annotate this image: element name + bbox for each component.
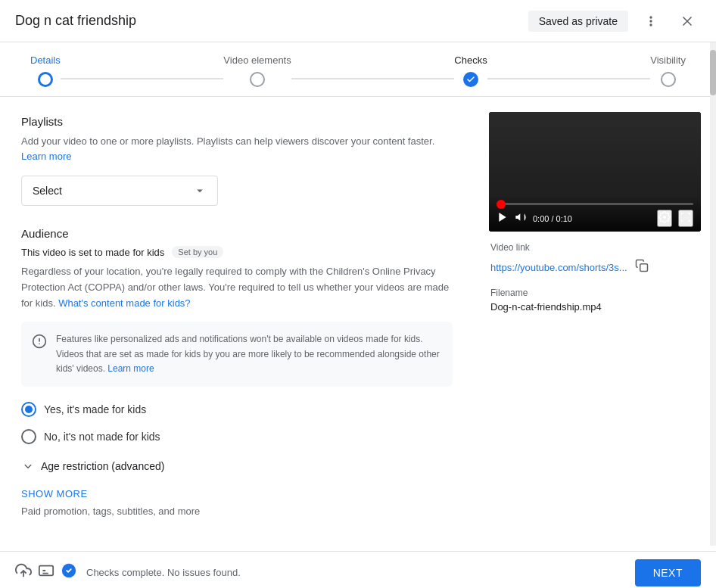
footer-checks-text: Checks complete. No issues found. [86,567,241,578]
chevron-down-icon-age [21,459,35,473]
checks-complete-icon [61,562,77,583]
audience-section: Audience This video is set to made for k… [21,227,453,517]
captions-icon[interactable] [38,562,54,583]
paid-promo-text: Paid promotion, tags, subtitles, and mor… [21,506,453,517]
filename: Dog-n-cat-friendship.mp4 [490,301,699,313]
playlists-desc: Add your video to one or more playlists.… [21,134,453,163]
select-value: Select [33,185,62,197]
fullscreen-button[interactable] [678,210,693,227]
svg-marker-9 [548,152,556,165]
header-right: Saved as private [528,8,701,35]
step-details-label: Details [30,54,61,66]
step-visibility-circle [661,72,676,87]
settings-button[interactable] [657,210,672,227]
info-box: Features like personalized ads and notif… [21,322,453,387]
video-link[interactable]: https://youtube.com/shorts/3s... [490,262,627,273]
more-options-button[interactable] [637,8,665,35]
upload-icon[interactable] [15,562,32,583]
footer-left: Checks complete. No issues found. [15,562,241,583]
progress-dot [497,200,506,209]
svg-rect-0 [649,16,652,18]
main-content: Playlists Add your video to one or more … [0,97,716,551]
step-video-elements[interactable]: Video elements [223,54,291,87]
svg-line-10 [565,179,587,180]
info-icon [32,334,47,376]
playlists-title: Playlists [21,115,453,128]
step-details[interactable]: Details [30,54,61,87]
svg-rect-2 [649,23,652,26]
playlists-learn-more-link[interactable]: Learn more [21,151,71,162]
step-connector-3 [487,78,651,79]
footer: Checks complete. No issues found. NEXT [0,551,716,588]
select-control[interactable]: Select [21,176,218,206]
age-restriction-toggle[interactable]: Age restriction (advanced) [21,459,453,473]
time-display: 0:00 / 0:10 [533,214,651,223]
step-video-elements-circle [250,72,265,87]
progress-bar[interactable] [497,203,693,205]
right-panel: 0:00 / 0:10 Video link https://youtube.c… [474,97,716,551]
radio-no-kids[interactable]: No, it's not made for kids [21,429,453,444]
step-connector-1 [61,78,224,79]
svg-point-16 [652,175,674,196]
saved-badge: Saved as private [528,11,628,32]
step-checks[interactable]: Checks [454,54,487,87]
step-checks-label: Checks [454,54,487,66]
video-controls: 0:00 / 0:10 [489,197,701,232]
svg-rect-18 [640,264,647,272]
stepper: Details Video elements Checks Visibility [0,42,716,97]
chevron-down-icon [193,184,207,198]
audience-desc: Regardless of your location, you're lega… [21,264,453,311]
radio-yes-inner [25,406,33,413]
svg-point-7 [534,163,565,190]
video-player[interactable]: 0:00 / 0:10 [489,112,701,232]
whats-content-link[interactable]: What's content made for kids? [58,297,190,309]
age-restriction-label: Age restriction (advanced) [41,460,164,472]
step-details-circle [38,72,53,87]
radio-no-label: No, it's not made for kids [44,431,160,443]
step-visibility-label: Visibility [650,54,686,66]
close-button[interactable] [674,8,701,35]
video-link-label: Video link [490,242,699,253]
radio-yes-outer [21,402,36,417]
audience-status-text: This video is set to made for kids [21,247,164,258]
step-connector-2 [291,78,455,79]
radio-yes-label: Yes, it's made for kids [44,403,146,415]
svg-marker-17 [499,213,506,222]
info-learn-more-link[interactable]: Learn more [107,363,154,374]
video-info: Video link https://youtube.com/shorts/3s… [489,242,701,313]
step-visibility[interactable]: Visibility [650,54,686,87]
video-link-row: https://youtube.com/shorts/3s... [490,256,699,278]
radio-no-outer [21,429,36,444]
audience-status: This video is set to made for kids Set b… [21,246,453,258]
next-button[interactable]: NEXT [635,559,701,586]
svg-marker-8 [534,154,542,166]
step-checks-circle [463,72,478,87]
radio-group: Yes, it's made for kids No, it's not mad… [21,402,453,444]
controls-row: 0:00 / 0:10 [497,210,693,227]
copy-link-button[interactable] [632,256,652,278]
audience-title: Audience [21,227,453,240]
play-button[interactable] [497,211,509,226]
playlist-select[interactable]: Select [21,176,218,206]
svg-marker-14 [621,158,627,170]
footer-icons [15,562,77,583]
page-title: Dog n cat friendship [15,13,136,29]
info-box-text: Features like personalized ads and notif… [56,332,442,376]
set-by-you-badge: Set by you [172,246,223,258]
svg-point-12 [604,168,631,192]
filename-label: Filename [490,288,699,298]
playlists-section: Playlists Add your video to one or more … [21,115,453,206]
scrollbar-thumb[interactable] [710,50,716,95]
left-panel: Playlists Add your video to one or more … [0,97,474,551]
volume-button[interactable] [515,211,527,226]
svg-rect-1 [649,20,652,22]
scrollbar[interactable] [710,42,716,546]
show-more-button[interactable]: SHOW MORE [21,488,453,499]
step-video-elements-label: Video elements [223,54,291,66]
svg-marker-13 [607,160,615,171]
radio-yes-kids[interactable]: Yes, it's made for kids [21,402,453,417]
